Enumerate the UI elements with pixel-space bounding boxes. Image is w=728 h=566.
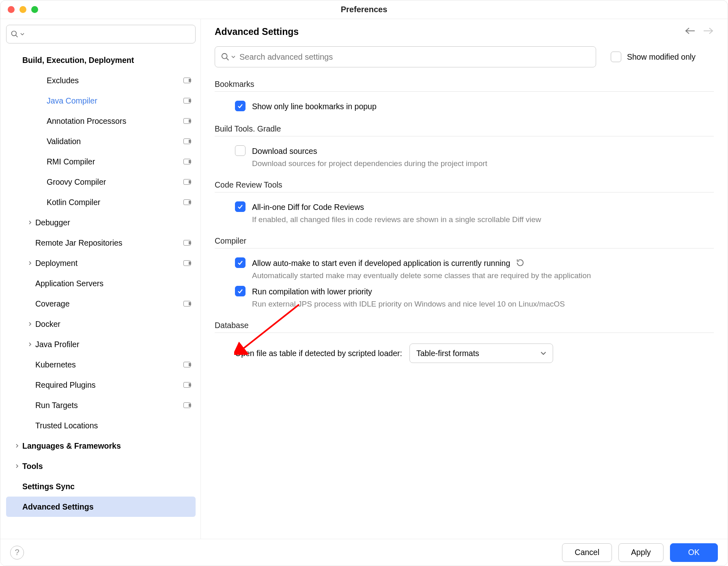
advanced-search[interactable] [215,46,596,67]
sidebar-item-kubernetes[interactable]: Kubernetes [6,354,196,375]
sidebar-item-excludes[interactable]: Excludes [6,70,196,91]
chevron-right-icon [25,219,35,226]
advanced-search-input[interactable] [239,52,590,62]
gradle-download-sources-checkbox[interactable] [235,145,246,156]
sidebar-item-label: Java Compiler [47,96,183,106]
sidebar-item-advanced-settings[interactable]: Advanced Settings [6,497,196,517]
sidebar-item-run-targets[interactable]: Run Targets [6,395,196,415]
sidebar-item-label: RMI Compiler [47,157,183,166]
project-scope-icon [183,78,191,83]
section-compiler-title: Compiler [215,236,714,248]
compiler-automake-desc: Automatically started make may eventuall… [252,271,591,280]
compiler-lowerpriority-checkbox[interactable] [235,286,246,296]
sidebar-item-label: Excludes [47,76,183,85]
reset-icon[interactable] [516,258,525,267]
sidebar-item-label: Languages & Frameworks [22,441,191,451]
sidebar-item-java-compiler[interactable]: Java Compiler [6,91,196,111]
sidebar-search-input[interactable] [26,29,191,39]
review-allinone-label: All-in-one Diff for Code Reviews [252,201,541,213]
review-allinone-desc: If enabled, all changed files in code re… [252,215,541,224]
database-loader-label: Open file as table if detected by script… [235,349,402,358]
chevron-right-icon [25,341,35,348]
sidebar-item-remote-jar-repositories[interactable]: Remote Jar Repositories [6,233,196,253]
sidebar-item-validation[interactable]: Validation [6,131,196,151]
chevron-right-icon [25,321,35,327]
section-gradle-title: Build Tools. Gradle [215,124,714,136]
help-button[interactable]: ? [10,546,24,560]
svg-line-1 [16,35,18,37]
show-modified-label: Show modified only [627,52,696,62]
project-scope-icon [183,138,191,144]
sidebar-item-coverage[interactable]: Coverage [6,294,196,314]
sidebar-item-debugger[interactable]: Debugger [6,212,196,233]
sidebar-item-required-plugins[interactable]: Required Plugins [6,375,196,395]
compiler-lowerpriority-desc: Run external JPS process with IDLE prior… [252,300,565,309]
compiler-automake-checkbox[interactable] [235,257,246,268]
sidebar-item-tools[interactable]: Tools [6,456,196,476]
page-title: Advanced Settings [215,26,685,37]
chevron-down-icon [541,350,546,356]
sidebar-item-java-profiler[interactable]: Java Profiler [6,334,196,354]
database-loader-select[interactable]: Table-first formats [409,343,553,363]
sidebar-item-label: Kubernetes [35,360,183,369]
project-scope-icon [183,260,191,266]
sidebar-item-label: Coverage [35,299,183,309]
apply-button[interactable]: Apply [618,543,663,562]
sidebar-search[interactable] [6,25,196,43]
section-database-title: Database [215,321,714,333]
bookmarks-show-line-label: Show only line bookmarks in popup [252,101,377,112]
bookmarks-show-line-checkbox[interactable] [235,101,246,111]
sidebar-item-build-execution-deployment[interactable]: Build, Execution, Deployment [6,50,196,70]
sidebar-item-label: Groovy Compiler [47,177,183,187]
sidebar-item-deployment[interactable]: Deployment [6,253,196,273]
chevron-right-icon [12,463,22,469]
sidebar-item-label: Settings Sync [22,482,191,491]
chevron-right-icon [12,443,22,449]
project-scope-icon [183,159,191,164]
sidebar-item-docker[interactable]: Docker [6,314,196,334]
footer: ? Cancel Apply OK [0,539,728,566]
sidebar-item-label: Tools [22,462,191,471]
titlebar: Preferences [0,0,728,19]
sidebar-item-languages-frameworks[interactable]: Languages & Frameworks [6,436,196,456]
nav-back-icon[interactable] [685,27,696,37]
project-scope-icon [183,240,191,246]
gradle-download-sources-label: Download sources [252,145,487,157]
sidebar-item-settings-sync[interactable]: Settings Sync [6,476,196,497]
sidebar-item-label: Debugger [35,218,191,227]
sidebar-item-annotation-processors[interactable]: Annotation Processors [6,111,196,131]
sidebar-item-rmi-compiler[interactable]: RMI Compiler [6,151,196,172]
project-scope-icon [183,402,191,408]
sidebar: Build, Execution, DeploymentExcludesJava… [0,19,201,540]
sidebar-item-label: Required Plugins [35,380,183,390]
database-loader-value: Table-first formats [416,349,479,358]
sidebar-item-label: Remote Jar Repositories [35,238,183,248]
sidebar-item-label: Validation [47,137,183,146]
sidebar-item-trusted-locations[interactable]: Trusted Locations [6,415,196,436]
sidebar-item-label: Run Targets [35,401,183,410]
sidebar-item-label: Application Servers [35,279,191,288]
project-scope-icon [183,98,191,104]
ok-button[interactable]: OK [670,543,718,562]
review-allinone-checkbox[interactable] [235,201,246,212]
sidebar-item-label: Trusted Locations [35,421,191,430]
sidebar-item-application-servers[interactable]: Application Servers [6,273,196,294]
chevron-down-icon [231,55,235,59]
show-modified-checkbox[interactable] [611,52,621,62]
project-scope-icon [183,118,191,124]
svg-point-4 [222,54,227,59]
sidebar-item-groovy-compiler[interactable]: Groovy Compiler [6,172,196,192]
sidebar-item-label: Annotation Processors [47,117,183,126]
search-icon [221,52,230,61]
window-title: Preferences [0,5,728,14]
project-scope-icon [183,179,191,185]
project-scope-icon [183,199,191,205]
cancel-button[interactable]: Cancel [562,543,612,562]
project-scope-icon [183,362,191,367]
sidebar-item-kotlin-compiler[interactable]: Kotlin Compiler [6,192,196,212]
section-review-title: Code Review Tools [215,180,714,192]
nav-tree: Build, Execution, DeploymentExcludesJava… [6,50,196,517]
sidebar-item-label: Deployment [35,259,183,268]
search-icon [11,30,19,38]
gradle-download-sources-desc: Download sources for project dependencie… [252,159,487,168]
